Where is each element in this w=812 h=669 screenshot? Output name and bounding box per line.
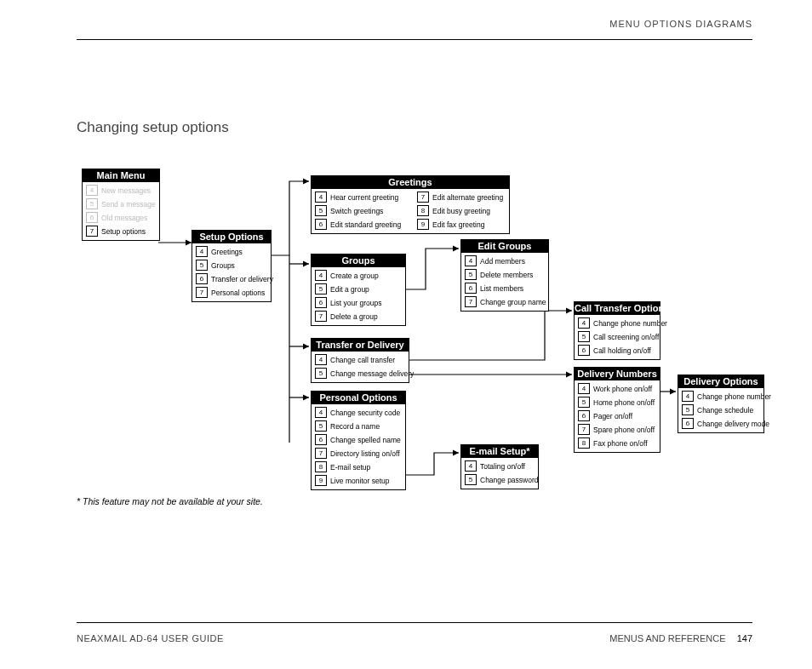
diagram-canvas: Main Menu 4New messages5Send a message6O…: [0, 0, 812, 669]
key-number: 4: [315, 354, 327, 365]
menu-item-label: Setup options: [101, 227, 146, 236]
menu-item-label: Change phone number: [593, 319, 667, 328]
menu-item-label: New messages: [101, 186, 151, 195]
key-number: 5: [465, 474, 477, 485]
menu-item-row: 8Fax phone on/off: [578, 437, 656, 449]
page-number: 147: [737, 633, 752, 643]
box-title: Transfer or Delivery: [312, 339, 409, 352]
key-number: 4: [578, 383, 590, 394]
box-body: 4Change phone number5Call screening on/o…: [575, 315, 660, 359]
menu-item-row: 5Home phone on/off: [578, 397, 656, 408]
menu-item-row: 5Edit a group: [315, 283, 402, 294]
menu-item-label: Greetings: [211, 248, 243, 256]
box-delivery-options: Delivery Options 4Change phone number5Ch…: [678, 375, 764, 433]
key-number: 7: [315, 311, 327, 322]
key-number: 6: [682, 418, 694, 429]
box-title: Setup Options: [192, 231, 271, 243]
menu-item-row: 5Change password: [465, 474, 535, 485]
menu-item-label: Change password: [480, 476, 539, 484]
box-main-menu: Main Menu 4New messages5Send a message6O…: [82, 169, 160, 241]
box-greetings: Greetings 4Hear current greeting5Switch …: [311, 175, 510, 234]
menu-item-row: 6Call holding on/off: [578, 345, 656, 356]
rule-bottom: [77, 622, 752, 623]
key-number: 7: [86, 226, 98, 237]
footnote: * This feature may not be available at y…: [77, 496, 263, 506]
menu-item-label: Spare phone on/off: [593, 426, 655, 434]
key-number: 4: [682, 391, 694, 402]
menu-item-row: 5Switch greetings: [315, 205, 403, 216]
menu-item-row: 4Change call transfer: [315, 354, 405, 365]
key-number: 8: [578, 437, 590, 449]
box-body: 4Change phone number5Change schedule6Cha…: [678, 388, 763, 432]
box-title: Delivery Options: [678, 375, 763, 388]
key-number: 5: [578, 331, 590, 342]
key-number: 6: [315, 434, 327, 445]
menu-item-label: Change phone number: [697, 392, 771, 401]
menu-item-label: Create a group: [330, 272, 379, 280]
menu-item-label: E-mail setup: [330, 463, 370, 472]
menu-item-label: Pager on/off: [593, 412, 632, 420]
key-number: 4: [196, 246, 208, 257]
menu-item-label: Edit alternate greeting: [432, 193, 503, 202]
key-number: 5: [682, 404, 694, 415]
menu-item-row: 4Create a group: [315, 270, 402, 281]
menu-item-row: 6List members: [465, 283, 545, 294]
key-number: 6: [196, 273, 208, 284]
menu-item-row: 6Change delivery mode: [682, 418, 760, 429]
key-number: 8: [417, 205, 429, 216]
menu-item-row: 7Spare phone on/off: [578, 424, 656, 435]
menu-item-row: 4Work phone on/off: [578, 383, 656, 394]
menu-item-label: Groups: [211, 261, 235, 270]
box-title: Greetings: [312, 176, 509, 189]
menu-item-label: Change security code: [330, 409, 400, 417]
key-number: 7: [465, 296, 477, 307]
menu-item-row: 6Old messages: [86, 212, 156, 223]
box-title: Personal Options: [312, 392, 405, 404]
box-call-transfer-options: Call Transfer Options 4Change phone numb…: [574, 301, 660, 360]
menu-item-label: Edit a group: [330, 285, 369, 294]
box-body: 4New messages5Send a message6Old message…: [83, 182, 159, 240]
key-number: 4: [315, 270, 327, 281]
menu-item-row: 4Add members: [465, 255, 545, 266]
key-number: 4: [465, 255, 477, 266]
menu-item-row: 5Groups: [196, 260, 267, 271]
key-number: 4: [465, 460, 477, 472]
menu-item-row: 4Change phone number: [682, 391, 760, 402]
menu-item-label: Totaling on/off: [480, 462, 525, 471]
box-groups: Groups 4Create a group5Edit a group6List…: [311, 254, 406, 326]
menu-item-row: 4Change phone number: [578, 317, 656, 329]
menu-item-row: 7Edit alternate greeting: [417, 192, 506, 203]
menu-item-label: Home phone on/off: [593, 398, 655, 407]
box-personal-options: Personal Options 4Change security code5R…: [311, 391, 406, 490]
menu-item-label: List your groups: [330, 299, 381, 307]
menu-item-label: Switch greetings: [330, 207, 383, 215]
menu-item-label: Change group name: [480, 298, 546, 306]
box-title: Groups: [312, 254, 405, 267]
menu-item-label: Hear current greeting: [330, 193, 398, 202]
menu-item-row: 4Hear current greeting: [315, 192, 403, 203]
menu-item-row: 6Change spelled name: [315, 434, 402, 445]
key-number: 6: [578, 410, 590, 421]
menu-item-label: Transfer or delivery: [211, 275, 273, 283]
menu-item-row: 6List your groups: [315, 297, 402, 308]
menu-item-row: 5Change message delivery: [315, 368, 405, 379]
key-number: 7: [196, 287, 208, 298]
menu-item-label: Change call transfer: [330, 356, 395, 364]
box-title: Delivery Numbers: [575, 368, 660, 380]
key-number: 6: [578, 345, 590, 356]
key-number: 9: [315, 475, 327, 486]
menu-item-row: 6Transfer or delivery: [196, 273, 267, 284]
key-number: 7: [315, 448, 327, 459]
menu-item-label: Change schedule: [697, 406, 753, 415]
menu-item-label: Change spelled name: [330, 436, 401, 444]
menu-item-row: 4New messages: [86, 185, 156, 196]
box-body: 4Work phone on/off5Home phone on/off6Pag…: [575, 380, 660, 452]
menu-item-row: 8E-mail setup: [315, 461, 402, 472]
key-number: 6: [86, 212, 98, 223]
key-number: 4: [578, 317, 590, 329]
box-title: Main Menu: [83, 169, 159, 182]
menu-item-label: Directory listing on/off: [330, 449, 400, 458]
menu-item-row: 9Live monitor setup: [315, 475, 402, 486]
box-body: 4Greetings5Groups6Transfer or delivery7P…: [192, 243, 271, 301]
key-number: 4: [315, 407, 327, 418]
